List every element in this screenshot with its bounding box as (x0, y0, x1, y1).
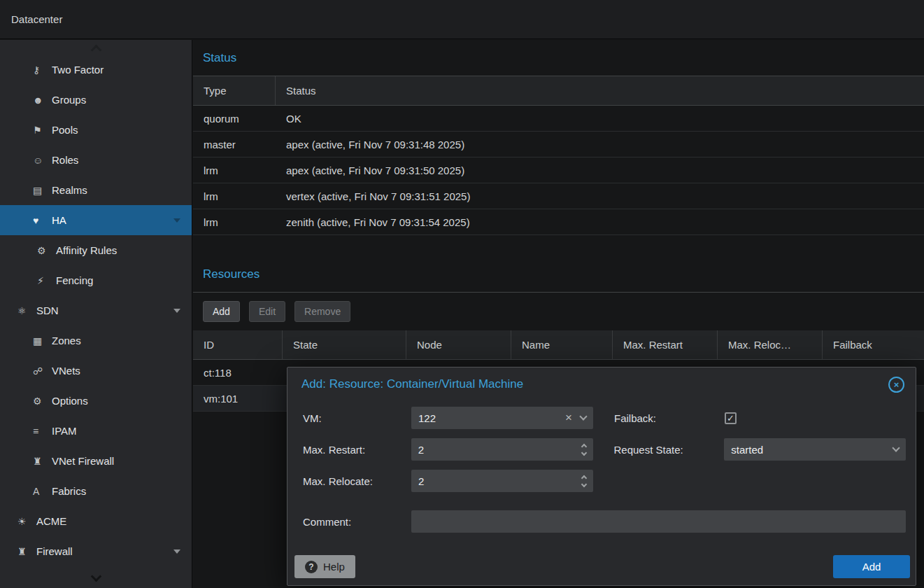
column-header-max-restart[interactable]: Max. Restart (613, 330, 718, 359)
column-header-type[interactable]: Type (193, 76, 276, 105)
status-table: Type Status quorum OK master apex (activ… (193, 76, 924, 235)
chevron-down-icon[interactable] (579, 412, 587, 420)
chevron-down-icon[interactable] (173, 309, 180, 313)
certificate-icon: ☀ (17, 516, 36, 527)
column-header-failback[interactable]: Failback (823, 330, 924, 359)
chevron-down-icon[interactable] (892, 444, 900, 451)
max-restart-spinner[interactable]: 2 (411, 438, 593, 461)
scroll-up-indicator[interactable] (0, 40, 192, 55)
sidebar-item-label: Two Factor (52, 64, 104, 76)
help-button[interactable]: ? Help (294, 555, 355, 578)
shield-icon: ♜ (33, 456, 52, 467)
request-state-label: Request State: (614, 444, 725, 456)
sidebar-item-fabrics[interactable]: A Fabrics (0, 476, 192, 506)
cell-type: lrm (193, 158, 276, 183)
bolt-icon: ⚡ (37, 275, 56, 286)
cell-id: ct:118 (193, 360, 283, 385)
table-row[interactable]: lrm zenith (active, Fri Nov 7 09:31:54 2… (193, 209, 924, 235)
dialog-body: VM: 122 × Failback: ✓ Max. Restart: 2 Re… (287, 397, 916, 533)
max-relocate-label: Max. Relocate: (303, 475, 411, 487)
column-header-id[interactable]: ID (193, 330, 283, 359)
add-button[interactable]: Add (203, 301, 240, 322)
failback-checkbox[interactable]: ✓ (725, 412, 737, 424)
dialog-add-button[interactable]: Add (833, 555, 910, 578)
request-state-value: started (731, 444, 893, 456)
sidebar-item-groups[interactable]: ☻ Groups (0, 85, 192, 115)
sidebar-item-label: Fencing (56, 274, 93, 286)
max-relocate-value: 2 (418, 475, 576, 487)
sidebar-item-label: Groups (52, 94, 86, 106)
sidebar-item-fencing[interactable]: ⚡ Fencing (0, 265, 192, 295)
chevron-down-icon[interactable] (173, 550, 180, 554)
network-icon: ⚛ (17, 305, 36, 316)
heartbeat-icon: ♥ (33, 215, 52, 226)
sidebar-item-options[interactable]: ⚙ Options (0, 386, 192, 416)
chevron-down-icon (90, 570, 101, 582)
chevron-up-icon[interactable] (581, 475, 587, 480)
cell-type: lrm (193, 209, 276, 234)
sidebar-item-label: VNets (52, 365, 80, 377)
users-icon: ☻ (33, 94, 52, 106)
vm-combo[interactable]: 122 × (411, 407, 593, 429)
comment-input[interactable] (411, 510, 906, 533)
column-header-status[interactable]: Status (276, 76, 924, 105)
sidebar-item-label: HA (52, 214, 66, 226)
spinner-buttons[interactable] (582, 444, 586, 455)
vm-label: VM: (303, 412, 411, 424)
chevron-down-icon[interactable] (173, 218, 180, 223)
clear-icon[interactable]: × (565, 411, 572, 425)
gears-icon: ⚙ (37, 245, 56, 256)
chevron-down-icon[interactable] (581, 481, 587, 486)
dialog-footer: ? Help Add (287, 555, 916, 585)
sidebar-item-zones[interactable]: ▦ Zones (0, 326, 192, 356)
column-header-state[interactable]: State (283, 330, 406, 359)
sidebar-item-two-factor[interactable]: ⚷ Two Factor (0, 55, 192, 85)
page-title: Datacenter (11, 13, 62, 25)
table-row[interactable]: lrm vertex (active, Fri Nov 7 09:31:51 2… (193, 183, 924, 209)
table-row[interactable]: quorum OK (193, 106, 924, 132)
user-icon: ☺ (33, 155, 52, 166)
sidebar-item-label: Realms (52, 184, 87, 196)
edit-button[interactable]: Edit (249, 301, 285, 322)
request-state-select[interactable]: started (724, 438, 906, 461)
sidebar-item-label: Firewall (36, 545, 73, 557)
cell-id: vm:101 (193, 386, 283, 411)
sidebar-item-vnet-firewall[interactable]: ♜ VNet Firewall (0, 446, 192, 476)
sidebar-item-firewall[interactable]: ♜ Firewall (0, 536, 192, 566)
sidebar-item-roles[interactable]: ☺ Roles (0, 145, 192, 175)
sidebar-item-label: Zones (52, 335, 81, 346)
remove-button[interactable]: Remove (294, 301, 350, 322)
failback-label: Failback: (614, 412, 725, 424)
app-header: Datacenter (0, 0, 924, 39)
chevron-down-icon[interactable] (581, 449, 586, 455)
sidebar-item-sdn[interactable]: ⚛ SDN (0, 295, 192, 326)
column-header-node[interactable]: Node (406, 330, 511, 359)
resources-toolbar: Add Edit Remove (193, 293, 924, 330)
spinner-buttons[interactable] (582, 476, 586, 486)
dialog-title: Add: Resource: Container/Virtual Machine… (287, 368, 916, 397)
sidebar-item-acme[interactable]: ☀ ACME (0, 506, 192, 536)
cell-status: zenith (active, Fri Nov 7 09:31:54 2025) (276, 209, 924, 234)
column-header-name[interactable]: Name (511, 330, 613, 359)
sidebar-item-label: VNet Firewall (52, 455, 114, 467)
sidebar-item-ha[interactable]: ♥ HA (0, 205, 192, 235)
table-row[interactable]: lrm apex (active, Fri Nov 7 09:31:50 202… (193, 158, 924, 183)
sidebar-item-label: Fabrics (52, 485, 86, 497)
chevron-up-icon[interactable] (581, 443, 586, 449)
scroll-down-indicator[interactable] (0, 568, 192, 588)
table-row[interactable]: master apex (active, Fri Nov 7 09:31:48 … (193, 132, 924, 158)
sidebar-item-realms[interactable]: ▤ Realms (0, 175, 192, 205)
max-relocate-spinner[interactable]: 2 (411, 470, 593, 492)
close-icon[interactable]: × (888, 377, 904, 393)
tags-icon: ⚑ (33, 125, 52, 136)
sidebar-item-affinity-rules[interactable]: ⚙ Affinity Rules (0, 235, 192, 265)
sidebar-item-vnets[interactable]: ☍ VNets (0, 356, 192, 386)
sidebar-item-pools[interactable]: ⚑ Pools (0, 115, 192, 145)
sidebar-item-ipam[interactable]: ≡ IPAM (0, 416, 192, 446)
status-table-header: Type Status (193, 76, 924, 106)
sidebar-item-label: Options (52, 395, 88, 407)
cell-type: master (193, 132, 276, 157)
column-header-max-relocate[interactable]: Max. Reloc… (718, 330, 823, 359)
firewall-icon: ♜ (17, 546, 36, 557)
resources-section-title: Resources (193, 256, 924, 293)
